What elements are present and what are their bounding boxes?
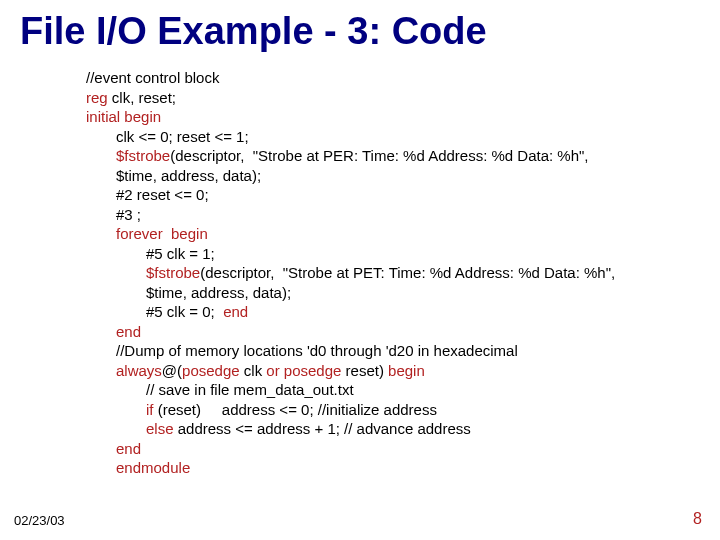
code-line: forever begin — [116, 224, 696, 244]
code-text: (descriptor, "Strobe at PER: Time: %d Ad… — [170, 147, 588, 164]
code-keyword: end — [116, 440, 141, 457]
code-text: (reset) address <= 0; //initialize addre… — [154, 401, 437, 418]
code-keyword: if — [146, 401, 154, 418]
code-line: else address <= address + 1; // advance … — [146, 419, 696, 439]
code-block: //event control block reg clk, reset; in… — [86, 68, 696, 478]
code-line: #5 clk = 1; — [146, 244, 696, 264]
code-line: end — [116, 439, 696, 459]
code-line: initial begin — [86, 107, 696, 127]
code-keyword: reg — [86, 89, 108, 106]
code-keyword: end — [223, 303, 248, 320]
code-line: end — [116, 322, 696, 342]
code-line: $fstrobe(descriptor, "Strobe at PET: Tim… — [146, 263, 696, 283]
code-line: $time, address, data); — [146, 283, 696, 303]
code-line: #2 reset <= 0; — [116, 185, 696, 205]
code-line: clk <= 0; reset <= 1; — [116, 127, 696, 147]
code-text: clk — [240, 362, 267, 379]
code-keyword: forever begin — [116, 225, 208, 242]
code-text: (descriptor, "Strobe at PET: Time: %d Ad… — [200, 264, 615, 281]
code-line: #3 ; — [116, 205, 696, 225]
code-keyword: always — [116, 362, 162, 379]
code-line: // save in file mem_data_out.txt — [146, 380, 696, 400]
slide-title: File I/O Example - 3: Code — [20, 10, 487, 53]
code-line: endmodule — [116, 458, 696, 478]
slide-date: 02/23/03 — [14, 513, 65, 528]
code-keyword: initial begin — [86, 108, 161, 125]
slide-page-number: 8 — [693, 510, 702, 528]
code-text: reset) — [341, 362, 388, 379]
code-line: reg clk, reset; — [86, 88, 696, 108]
code-text: address <= address + 1; // advance addre… — [174, 420, 471, 437]
code-keyword: else — [146, 420, 174, 437]
code-text: @( — [162, 362, 182, 379]
code-keyword: $fstrobe — [146, 264, 200, 281]
code-line: //Dump of memory locations 'd0 through '… — [116, 341, 696, 361]
code-line: $fstrobe(descriptor, "Strobe at PER: Tim… — [116, 146, 696, 166]
code-keyword: posedge — [182, 362, 240, 379]
code-line: //event control block — [86, 68, 696, 88]
code-text: clk, reset; — [108, 89, 176, 106]
slide: File I/O Example - 3: Code //event contr… — [0, 0, 720, 540]
code-keyword: endmodule — [116, 459, 190, 476]
code-text: #5 clk = 0; — [146, 303, 223, 320]
code-line: always@(posedge clk or posedge reset) be… — [116, 361, 696, 381]
code-keyword: begin — [388, 362, 425, 379]
code-line: if (reset) address <= 0; //initialize ad… — [146, 400, 696, 420]
code-keyword: end — [116, 323, 141, 340]
code-keyword: or posedge — [266, 362, 341, 379]
code-line: $time, address, data); — [116, 166, 696, 186]
code-keyword: $fstrobe — [116, 147, 170, 164]
code-line: #5 clk = 0; end — [146, 302, 696, 322]
